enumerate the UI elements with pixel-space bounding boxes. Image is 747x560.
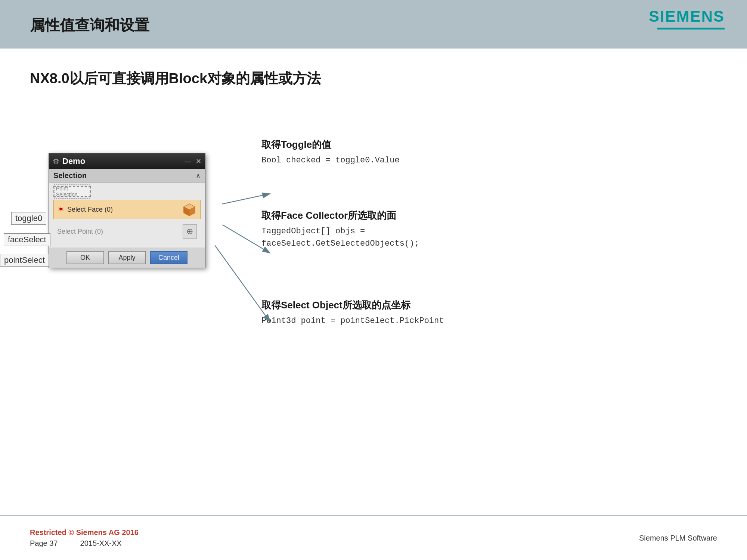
dialog-section-header: Selection ∧ [49,169,205,183]
cube-icon [182,202,196,217]
dialog-titlebar: ⚙ Demo — ✕ [49,153,205,169]
dialog-buttons: OK Apply Cancel [49,248,205,268]
footer-company: Siemens PLM Software [639,534,717,542]
label-faceselect: faceSelect [4,233,50,246]
label-pointselect: pointSelect [0,254,49,267]
footer: Restricted © Siemens AG 2016 Page 37 201… [0,515,747,560]
point-select-icon: ⊕ [183,224,197,239]
point-select-row[interactable]: Select Point (0) ⊕ [53,222,201,241]
gear-icon: ⚙ [53,157,59,166]
dialog-box: ⚙ Demo — ✕ Selection ∧ Point Selection [49,153,205,268]
footer-date: 2015-XX-XX [80,539,122,548]
required-star: ✶ [58,205,64,214]
face-annotation-title: 取得Face Collector所选取的面 [261,209,419,222]
apply-button[interactable]: Apply [108,251,146,264]
toggle-annotation-title: 取得Toggle的值 [261,138,400,151]
point-annotation: 取得Select Object所选取的点坐标 Point3d point = p… [261,299,444,327]
section-collapse-icon[interactable]: ∧ [196,172,201,180]
footer-page-info: Page 37 2015-XX-XX [30,539,639,548]
point-annotation-code: Point3d point = pointSelect.PickPoint [261,315,444,327]
dialog-body: Point Selection ✶ Select Face (0) [49,183,205,248]
point-annotation-title: 取得Select Object所选取的点坐标 [261,299,444,312]
face-annotation: 取得Face Collector所选取的面 TaggedObject[] obj… [261,209,419,250]
toggle-annotation: 取得Toggle的值 Bool checked = toggle0.Value [261,138,400,167]
footer-left: Restricted © Siemens AG 2016 Page 37 201… [30,528,639,548]
minimize-button[interactable]: — [185,158,191,165]
logo-bar [657,28,725,29]
toggle-annotation-code: Bool checked = toggle0.Value [261,154,400,167]
cancel-button[interactable]: Cancel [150,251,187,264]
siemens-logo: SIEMENS [649,7,725,25]
content-area: toggle0 faceSelect pointSelect ⚙ Demo — … [0,108,747,511]
footer-page-label: Page 37 [30,539,58,548]
sub-title: NX8.0以后可直接调用Block对象的属性或方法 [30,69,321,88]
section-title: Selection [53,171,87,180]
close-button[interactable]: ✕ [196,157,201,165]
label-toggle0: toggle0 [11,212,46,225]
toggle-label: Point Selection [54,184,90,199]
dialog-wrapper: toggle0 faceSelect pointSelect ⚙ Demo — … [49,153,205,268]
footer-restricted: Restricted © Siemens AG 2016 [30,528,639,537]
ok-button[interactable]: OK [66,251,104,264]
dialog-title: Demo [62,156,182,166]
face-select-row[interactable]: ✶ Select Face (0) [53,200,201,219]
face-annotation-code: TaggedObject[] objs = faceSelect.GetSele… [261,225,419,250]
logo-area: SIEMENS [649,7,725,29]
svg-line-4 [222,194,270,204]
point-select-label: Select Point (0) [57,228,180,236]
toggle-row: Point Selection [53,186,201,197]
toggle-checkbox[interactable]: Point Selection [53,186,91,197]
face-select-label: Select Face (0) [67,206,179,214]
page-title: 属性值查询和设置 [30,15,149,35]
